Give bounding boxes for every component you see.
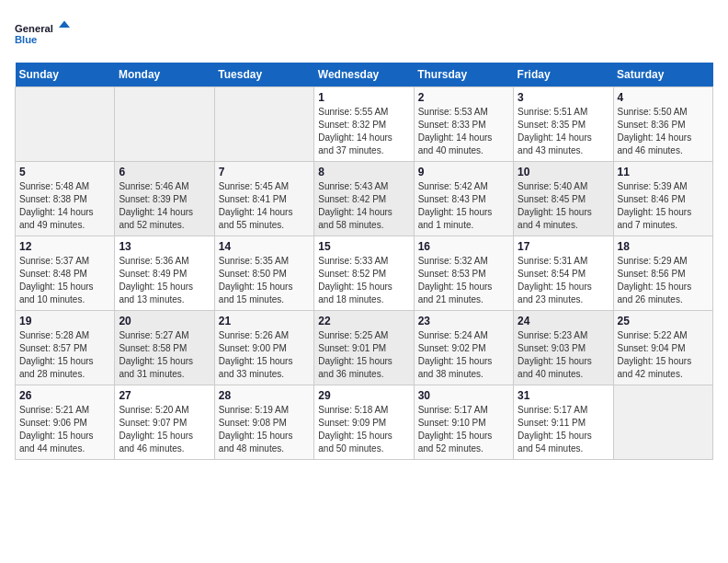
day-number: 15 xyxy=(318,240,409,253)
svg-text:General: General xyxy=(15,23,53,34)
calendar-cell: 29Sunrise: 5:18 AM Sunset: 9:09 PM Dayli… xyxy=(314,385,414,460)
calendar-cell: 6Sunrise: 5:46 AM Sunset: 8:39 PM Daylig… xyxy=(115,162,214,236)
calendar-cell: 8Sunrise: 5:43 AM Sunset: 8:42 PM Daylig… xyxy=(314,162,414,236)
day-number: 4 xyxy=(618,91,709,104)
day-number: 18 xyxy=(618,240,709,253)
week-row-4: 19Sunrise: 5:28 AM Sunset: 8:57 PM Dayli… xyxy=(16,311,713,385)
calendar-cell: 27Sunrise: 5:20 AM Sunset: 9:07 PM Dayli… xyxy=(115,385,214,460)
calendar-cell xyxy=(214,87,313,162)
col-header-wednesday: Wednesday xyxy=(314,63,414,87)
day-info: Sunrise: 5:53 AM Sunset: 8:33 PM Dayligh… xyxy=(418,106,509,157)
col-header-sunday: Sunday xyxy=(16,63,115,87)
logo-svg: General Blue xyxy=(15,15,70,52)
col-header-monday: Monday xyxy=(115,63,214,87)
day-number: 24 xyxy=(518,315,609,327)
day-info: Sunrise: 5:40 AM Sunset: 8:45 PM Dayligh… xyxy=(518,180,609,232)
day-number: 28 xyxy=(219,389,310,402)
day-info: Sunrise: 5:18 AM Sunset: 9:09 PM Dayligh… xyxy=(318,404,409,455)
week-row-2: 5Sunrise: 5:48 AM Sunset: 8:38 PM Daylig… xyxy=(16,162,713,236)
calendar-header: SundayMondayTuesdayWednesdayThursdayFrid… xyxy=(16,63,713,87)
header-row: SundayMondayTuesdayWednesdayThursdayFrid… xyxy=(16,63,713,87)
calendar-body: 1Sunrise: 5:55 AM Sunset: 8:32 PM Daylig… xyxy=(16,87,713,460)
day-number: 12 xyxy=(19,240,110,253)
day-info: Sunrise: 5:26 AM Sunset: 9:00 PM Dayligh… xyxy=(219,329,310,381)
col-header-saturday: Saturday xyxy=(613,63,712,87)
day-number: 21 xyxy=(219,315,310,327)
day-info: Sunrise: 5:31 AM Sunset: 8:54 PM Dayligh… xyxy=(518,255,609,306)
calendar-cell: 4Sunrise: 5:50 AM Sunset: 8:36 PM Daylig… xyxy=(613,87,712,162)
day-number: 16 xyxy=(418,240,509,253)
calendar-cell: 30Sunrise: 5:17 AM Sunset: 9:10 PM Dayli… xyxy=(414,385,513,460)
calendar-cell: 25Sunrise: 5:22 AM Sunset: 9:04 PM Dayli… xyxy=(613,311,712,385)
calendar-cell: 3Sunrise: 5:51 AM Sunset: 8:35 PM Daylig… xyxy=(514,87,613,162)
day-info: Sunrise: 5:35 AM Sunset: 8:50 PM Dayligh… xyxy=(219,255,310,306)
calendar-cell xyxy=(613,385,712,460)
day-number: 2 xyxy=(418,91,509,104)
day-number: 26 xyxy=(19,389,110,402)
day-number: 19 xyxy=(19,315,110,327)
calendar-cell xyxy=(115,87,214,162)
week-row-1: 1Sunrise: 5:55 AM Sunset: 8:32 PM Daylig… xyxy=(16,87,713,162)
day-info: Sunrise: 5:20 AM Sunset: 9:07 PM Dayligh… xyxy=(119,404,210,455)
day-number: 29 xyxy=(318,389,409,402)
col-header-tuesday: Tuesday xyxy=(214,63,313,87)
day-number: 8 xyxy=(318,166,409,178)
day-info: Sunrise: 5:51 AM Sunset: 8:35 PM Dayligh… xyxy=(518,106,609,157)
week-row-3: 12Sunrise: 5:37 AM Sunset: 8:48 PM Dayli… xyxy=(16,236,713,311)
day-info: Sunrise: 5:39 AM Sunset: 8:46 PM Dayligh… xyxy=(618,180,709,232)
day-number: 5 xyxy=(19,166,110,178)
calendar-cell: 2Sunrise: 5:53 AM Sunset: 8:33 PM Daylig… xyxy=(414,87,513,162)
day-info: Sunrise: 5:55 AM Sunset: 8:32 PM Dayligh… xyxy=(318,106,409,157)
calendar-cell: 24Sunrise: 5:23 AM Sunset: 9:03 PM Dayli… xyxy=(514,311,613,385)
day-number: 1 xyxy=(318,91,409,104)
day-number: 10 xyxy=(518,166,609,178)
day-number: 7 xyxy=(219,166,310,178)
day-info: Sunrise: 5:27 AM Sunset: 8:58 PM Dayligh… xyxy=(119,329,210,381)
day-info: Sunrise: 5:45 AM Sunset: 8:41 PM Dayligh… xyxy=(219,180,310,232)
calendar-cell: 22Sunrise: 5:25 AM Sunset: 9:01 PM Dayli… xyxy=(314,311,414,385)
day-number: 14 xyxy=(219,240,310,253)
col-header-friday: Friday xyxy=(514,63,613,87)
calendar-cell: 10Sunrise: 5:40 AM Sunset: 8:45 PM Dayli… xyxy=(514,162,613,236)
day-number: 31 xyxy=(518,389,609,402)
day-info: Sunrise: 5:42 AM Sunset: 8:43 PM Dayligh… xyxy=(418,180,509,232)
calendar-cell: 1Sunrise: 5:55 AM Sunset: 8:32 PM Daylig… xyxy=(314,87,414,162)
calendar-cell: 19Sunrise: 5:28 AM Sunset: 8:57 PM Dayli… xyxy=(16,311,115,385)
day-number: 13 xyxy=(119,240,210,253)
day-info: Sunrise: 5:17 AM Sunset: 9:10 PM Dayligh… xyxy=(418,404,509,455)
day-number: 27 xyxy=(119,389,210,402)
day-info: Sunrise: 5:36 AM Sunset: 8:49 PM Dayligh… xyxy=(119,255,210,306)
day-info: Sunrise: 5:28 AM Sunset: 8:57 PM Dayligh… xyxy=(19,329,110,381)
day-number: 11 xyxy=(618,166,709,178)
calendar-cell: 17Sunrise: 5:31 AM Sunset: 8:54 PM Dayli… xyxy=(514,236,613,311)
calendar-cell: 7Sunrise: 5:45 AM Sunset: 8:41 PM Daylig… xyxy=(214,162,313,236)
day-number: 20 xyxy=(119,315,210,327)
col-header-thursday: Thursday xyxy=(414,63,513,87)
calendar-cell: 28Sunrise: 5:19 AM Sunset: 9:08 PM Dayli… xyxy=(214,385,313,460)
day-info: Sunrise: 5:19 AM Sunset: 9:08 PM Dayligh… xyxy=(219,404,310,455)
calendar-cell: 14Sunrise: 5:35 AM Sunset: 8:50 PM Dayli… xyxy=(214,236,313,311)
day-number: 17 xyxy=(518,240,609,253)
calendar-cell: 31Sunrise: 5:17 AM Sunset: 9:11 PM Dayli… xyxy=(514,385,613,460)
calendar-cell: 5Sunrise: 5:48 AM Sunset: 8:38 PM Daylig… xyxy=(16,162,115,236)
day-info: Sunrise: 5:50 AM Sunset: 8:36 PM Dayligh… xyxy=(618,106,709,157)
day-info: Sunrise: 5:22 AM Sunset: 9:04 PM Dayligh… xyxy=(618,329,709,381)
day-number: 6 xyxy=(119,166,210,178)
day-info: Sunrise: 5:21 AM Sunset: 9:06 PM Dayligh… xyxy=(19,404,110,455)
calendar-cell xyxy=(16,87,115,162)
week-row-5: 26Sunrise: 5:21 AM Sunset: 9:06 PM Dayli… xyxy=(16,385,713,460)
calendar-cell: 21Sunrise: 5:26 AM Sunset: 9:00 PM Dayli… xyxy=(214,311,313,385)
day-number: 22 xyxy=(318,315,409,327)
day-info: Sunrise: 5:32 AM Sunset: 8:53 PM Dayligh… xyxy=(418,255,509,306)
calendar-cell: 13Sunrise: 5:36 AM Sunset: 8:49 PM Dayli… xyxy=(115,236,214,311)
calendar-cell: 20Sunrise: 5:27 AM Sunset: 8:58 PM Dayli… xyxy=(115,311,214,385)
calendar-cell: 12Sunrise: 5:37 AM Sunset: 8:48 PM Dayli… xyxy=(16,236,115,311)
calendar-cell: 9Sunrise: 5:42 AM Sunset: 8:43 PM Daylig… xyxy=(414,162,513,236)
day-number: 30 xyxy=(418,389,509,402)
calendar-cell: 15Sunrise: 5:33 AM Sunset: 8:52 PM Dayli… xyxy=(314,236,414,311)
day-number: 9 xyxy=(418,166,509,178)
day-info: Sunrise: 5:24 AM Sunset: 9:02 PM Dayligh… xyxy=(418,329,509,381)
day-info: Sunrise: 5:46 AM Sunset: 8:39 PM Dayligh… xyxy=(119,180,210,232)
day-info: Sunrise: 5:23 AM Sunset: 9:03 PM Dayligh… xyxy=(518,329,609,381)
calendar-cell: 18Sunrise: 5:29 AM Sunset: 8:56 PM Dayli… xyxy=(613,236,712,311)
